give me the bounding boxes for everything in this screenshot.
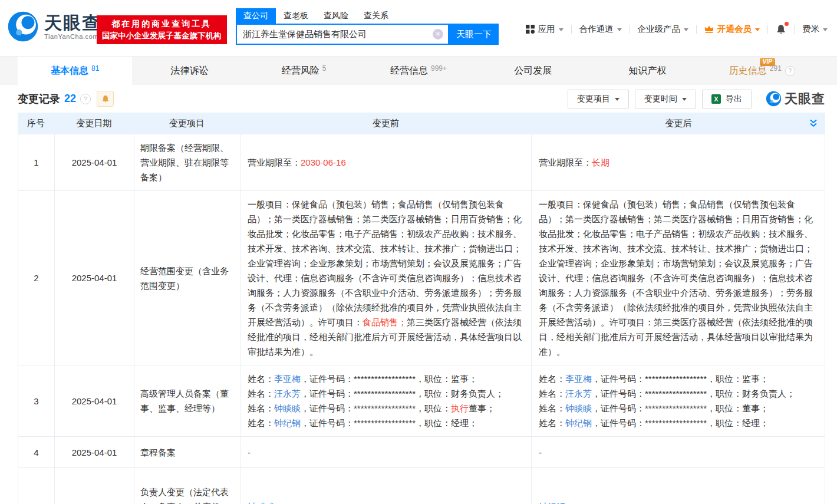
person-link[interactable]: 钟睒睒	[248, 502, 274, 504]
table-row: 12025-04-01期限备案（经营期限、营业期限、驻在期限等备案）营业期限至：…	[18, 134, 825, 191]
search-tab-company[interactable]: 查公司	[236, 8, 276, 24]
search-input[interactable]	[237, 29, 448, 39]
person-link[interactable]: 钟纪钢	[539, 502, 565, 504]
follow-bell-button[interactable]	[97, 91, 114, 107]
change-item-text: 经营范围变更（含业务范围变更）	[140, 263, 234, 293]
table-body: 12025-04-01期限备案（经营期限、营业期限、驻在期限等备案）营业期限至：…	[18, 134, 825, 504]
cell-text: ，证件号码：******************，职位：财务负责人；	[592, 388, 795, 398]
section-bar: 变更记录 22 变更项目 变更时间 导出 天眼查	[0, 85, 837, 113]
cell-text: ，证件号码：******************，职位：董事；	[592, 403, 769, 413]
person-link[interactable]: 钟纪钢	[565, 418, 592, 428]
cell-line: 姓名：汪永芳，证件号码：******************，职位：财务负责人；	[539, 386, 818, 401]
cell-text: 姓名：	[539, 388, 565, 398]
menu-partner[interactable]: 合作通道	[579, 24, 622, 35]
tianyancha-swirl-icon	[766, 91, 782, 107]
tab-count: 5	[322, 64, 327, 73]
filter-change-time-button[interactable]: 变更时间	[635, 90, 696, 108]
menu-user[interactable]: 费米	[802, 24, 828, 35]
crown-icon	[704, 25, 714, 34]
tab-development[interactable]: 公司发展	[476, 57, 590, 85]
col-header-item: 变更项目	[134, 118, 240, 129]
person-link[interactable]: 钟纪钢	[274, 418, 301, 428]
search-tab-risk[interactable]: 查风险	[316, 8, 356, 24]
cell-text: 姓名：	[539, 374, 565, 384]
divider	[767, 25, 768, 34]
clear-input-icon[interactable]	[433, 29, 443, 39]
cell-after: -	[532, 437, 825, 467]
section-toolbar: 变更项目 变更时间 导出 天眼查	[568, 90, 825, 108]
top-menu: 应用 合作通道 企业级产品 开通会员 费米	[526, 24, 828, 35]
tab-risk[interactable]: 经营风险5	[247, 57, 361, 85]
divider	[696, 25, 697, 34]
cell-change-item: 章程备案	[134, 437, 240, 467]
divider	[794, 25, 795, 34]
search-tabs: 查公司 查老板 查风险 查关系	[236, 8, 499, 24]
cell-before: -	[240, 437, 532, 467]
help-icon[interactable]	[80, 94, 91, 104]
person-link[interactable]: 钟睒睒	[274, 403, 301, 413]
cell-no: 1	[18, 134, 55, 190]
cell-text: 董事；	[469, 403, 495, 413]
table-row: 52025-04-01负责人变更（法定代表人、负责人、首席代表、合伙事务执行人等…	[18, 468, 825, 504]
divider	[630, 25, 630, 34]
tab-legal[interactable]: 法律诉讼	[132, 57, 246, 85]
chevron-down-icon	[823, 28, 828, 31]
tab-label: 法律诉讼	[170, 65, 208, 77]
cell-line: 姓名：钟纪钢，证件号码：******************，职位：经理；	[248, 416, 524, 430]
cell-text: 姓名：	[248, 374, 274, 384]
person-link[interactable]: 汪永芳	[565, 388, 592, 398]
menu-open-vip-label: 开通会员	[717, 24, 752, 35]
menu-open-vip[interactable]: 开通会员	[704, 24, 760, 35]
cell-no: 5	[18, 468, 55, 504]
tab-ip[interactable]: 知识产权	[590, 57, 704, 85]
menu-apps[interactable]: 应用	[526, 24, 564, 35]
col-header-date: 变更日期	[54, 118, 134, 129]
brand-name: 天眼查	[44, 13, 101, 33]
cell-no: 2	[18, 191, 55, 365]
brand-logo[interactable]: 天眼查 TianYanCha.com	[7, 11, 101, 42]
change-item-text: 高级管理人员备案（董事、监事、经理等）	[140, 386, 234, 416]
highlighted-text: 2030-06-16	[301, 157, 346, 167]
notifications-bell-icon[interactable]	[776, 24, 786, 35]
col-header-after: 变更后	[532, 118, 825, 129]
menu-enterprise[interactable]: 企业级产品	[638, 24, 689, 35]
tab-label: 知识产权	[629, 65, 667, 77]
cell-date: 2025-04-01	[55, 134, 134, 190]
cell-after: 营业期限至：长期	[532, 134, 825, 190]
tab-label: 公司发展	[514, 65, 552, 77]
notification-dot	[785, 22, 789, 26]
cell-line: 一般项目：保健食品（预包装）销售；食品销售（仅销售预包装食品）；第一类医疗器械销…	[539, 197, 818, 359]
tab-label: 经营风险	[282, 65, 319, 77]
tab-count: 81	[91, 64, 99, 73]
collapse-double-chevron-icon[interactable]	[809, 118, 818, 128]
filter-change-item-button[interactable]: 变更项目	[568, 90, 629, 108]
search-button[interactable]: 天眼一下	[449, 24, 499, 45]
export-button[interactable]: 导出	[702, 90, 752, 108]
chevron-down-icon	[559, 28, 564, 31]
tab-basic[interactable]: 基本信息81	[18, 57, 132, 85]
search-tab-relation[interactable]: 查关系	[356, 8, 396, 24]
search-tab-boss[interactable]: 查老板	[276, 8, 316, 24]
cell-line: 营业期限至：2030-06-16	[248, 155, 524, 170]
cell-before: 姓名：李亚梅，证件号码：******************，职位：监事；姓名：…	[240, 365, 532, 436]
tab-history[interactable]: 历史信息291VIP	[705, 57, 819, 85]
help-icon[interactable]	[785, 66, 795, 76]
tab-operation[interactable]: 经营信息999+	[361, 57, 476, 85]
person-link[interactable]: 李亚梅	[274, 374, 301, 384]
person-link[interactable]: 李亚梅	[565, 374, 592, 384]
cell-line: 姓名：钟纪钢，证件号码：******************，职位：经理；	[539, 416, 818, 430]
person-link[interactable]: 汪永芳	[274, 388, 301, 398]
menu-apps-label: 应用	[538, 24, 555, 35]
change-item-text: 期限备案（经营期限、营业期限、驻在期限等备案）	[140, 140, 234, 185]
person-link[interactable]: 钟睒睒	[565, 403, 592, 413]
chevron-down-icon	[617, 28, 622, 31]
cell-text: ，证件号码：******************，职位：	[301, 403, 451, 413]
tab-label: 经营信息	[390, 65, 428, 77]
page: { "brand": { "name": "天眼查", "domain": "T…	[0, 0, 837, 504]
watermark-label: 天眼查	[785, 90, 825, 108]
cell-after: 一般项目：保健食品（预包装）销售；食品销售（仅销售预包装食品）；第一类医疗器械销…	[532, 191, 825, 365]
cell-text: 姓名：	[539, 418, 565, 428]
tab-count: 999+	[431, 64, 447, 73]
chevron-down-icon	[615, 98, 619, 101]
cell-date: 2025-04-01	[55, 191, 134, 365]
